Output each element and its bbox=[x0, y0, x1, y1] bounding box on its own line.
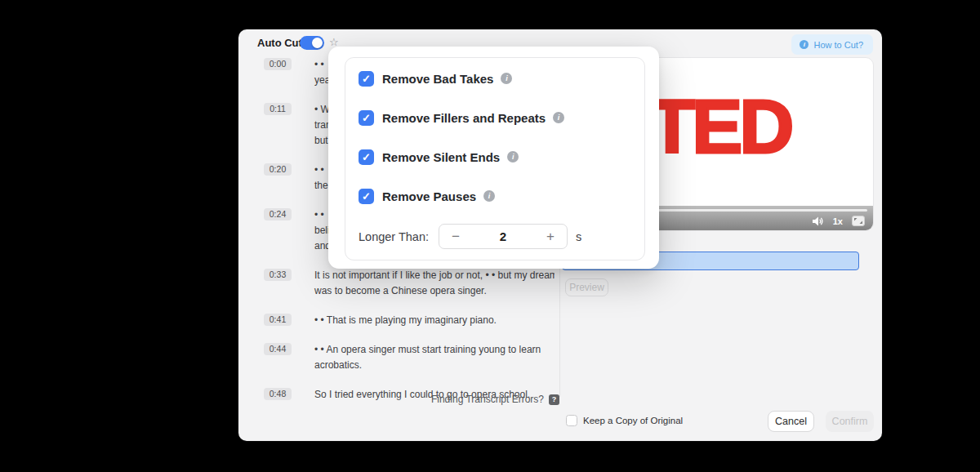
checkbox-checked[interactable]: ✓ bbox=[359, 110, 374, 126]
seconds-unit-label: s bbox=[576, 230, 581, 243]
stepper-plus-button[interactable]: + bbox=[534, 225, 567, 248]
timestamp-badge: 0:20 bbox=[264, 163, 292, 176]
page-title: Auto Cut bbox=[257, 37, 302, 49]
info-icon[interactable]: i bbox=[507, 151, 519, 163]
longer-than-row: Longer Than: − 2 + s bbox=[359, 224, 631, 249]
timestamp-badge: 0:00 bbox=[264, 58, 292, 70]
checkbox-checked[interactable]: ✓ bbox=[359, 189, 374, 204]
fullscreen-icon[interactable] bbox=[852, 216, 865, 226]
timestamp-badge: 0:11 bbox=[264, 103, 292, 115]
toggle-knob bbox=[312, 38, 323, 48]
transcript-row[interactable]: 0:44 • • An opera singer must start trai… bbox=[264, 342, 555, 373]
volume-icon[interactable] bbox=[812, 216, 824, 226]
transcript-line: • • An opera singer must start training … bbox=[314, 342, 541, 358]
transcript-line: was to become a Chinese opera singer. bbox=[314, 283, 555, 299]
timestamp-badge: 0:24 bbox=[264, 208, 292, 220]
stepper-value: 2 bbox=[472, 229, 534, 243]
info-icon[interactable]: i bbox=[553, 112, 564, 123]
transcript-line: It is not important if I like the job or… bbox=[314, 268, 555, 283]
stepper-minus-button[interactable]: − bbox=[439, 225, 472, 248]
timestamp-badge: 0:41 bbox=[264, 314, 292, 326]
transcript-text: • • That is me playing my imaginary pian… bbox=[314, 313, 497, 328]
auto-cut-settings-modal: ✓ Remove Bad Takes i ✓ Remove Fillers an… bbox=[328, 47, 659, 269]
info-icon[interactable]: i bbox=[483, 190, 495, 202]
preview-button[interactable]: Preview bbox=[565, 278, 608, 296]
cancel-button[interactable]: Cancel bbox=[768, 411, 814, 432]
info-icon: i bbox=[800, 40, 808, 49]
how-to-cut-button[interactable]: i How to Cut? bbox=[791, 34, 873, 55]
transcript-text: • • An opera singer must start training … bbox=[314, 342, 541, 373]
transcript-line: acrobatics. bbox=[314, 358, 541, 373]
option-label: Remove Silent Ends bbox=[382, 150, 500, 164]
transcript-row[interactable]: 0:41 • • That is me playing my imaginary… bbox=[264, 313, 555, 328]
longer-than-label: Longer Than: bbox=[359, 230, 429, 243]
checkmark-icon: ✓ bbox=[362, 73, 371, 84]
how-to-cut-label: How to Cut? bbox=[813, 40, 863, 50]
finding-transcript-errors[interactable]: Finding Transcript Errors? ? bbox=[431, 394, 559, 405]
timestamp-badge: 0:48 bbox=[264, 388, 292, 400]
duration-stepper[interactable]: − 2 + bbox=[439, 224, 568, 249]
transcript-text: It is not important if I like the job or… bbox=[314, 268, 555, 299]
autocut-option-row[interactable]: ✓ Remove Bad Takes i bbox=[359, 70, 631, 87]
confirm-button[interactable]: Confirm bbox=[826, 411, 874, 432]
autocut-option-row[interactable]: ✓ Remove Silent Ends i bbox=[359, 149, 631, 165]
auto-cut-window: Auto Cut ☆ i How to Cut? 0:00 • •yea 0:1… bbox=[238, 29, 882, 441]
help-icon[interactable]: ? bbox=[549, 394, 559, 405]
checkbox-checked[interactable]: ✓ bbox=[359, 149, 374, 165]
option-label: Remove Fillers and Repeats bbox=[382, 111, 546, 125]
transcript-line: • • That is me playing my imaginary pian… bbox=[314, 313, 497, 328]
autocut-option-row[interactable]: ✓ Remove Pauses i bbox=[359, 188, 631, 204]
autocut-option-row[interactable]: ✓ Remove Fillers and Repeats i bbox=[359, 109, 631, 126]
checkbox-checked[interactable]: ✓ bbox=[359, 71, 374, 87]
info-icon[interactable]: i bbox=[501, 73, 512, 84]
option-label: Remove Bad Takes bbox=[382, 72, 493, 86]
transcript-row[interactable]: 0:33 It is not important if I like the j… bbox=[264, 268, 555, 299]
checkmark-icon: ✓ bbox=[362, 152, 371, 163]
playback-speed[interactable]: 1x bbox=[833, 216, 843, 226]
option-label: Remove Pauses bbox=[382, 189, 476, 203]
timestamp-badge: 0:33 bbox=[264, 269, 292, 281]
checkbox-unchecked[interactable] bbox=[566, 415, 577, 426]
options-groupbox: ✓ Remove Bad Takes i ✓ Remove Fillers an… bbox=[345, 57, 645, 260]
checkmark-icon: ✓ bbox=[362, 113, 371, 123]
checkmark-icon: ✓ bbox=[362, 191, 371, 202]
keep-copy-option[interactable]: Keep a Copy of Original bbox=[566, 415, 683, 426]
timestamp-badge: 0:44 bbox=[264, 343, 292, 355]
auto-cut-toggle[interactable] bbox=[300, 36, 324, 50]
keep-copy-label: Keep a Copy of Original bbox=[583, 416, 683, 425]
